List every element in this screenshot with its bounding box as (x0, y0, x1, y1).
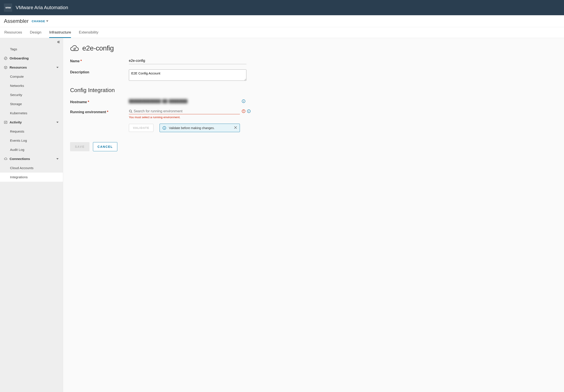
running-env-error: You must select a running environment. (129, 116, 240, 119)
sidebar-group-onboarding[interactable]: Onboarding (0, 54, 63, 63)
sidebar-item-cloud-accounts[interactable]: Cloud Accounts (0, 164, 63, 173)
sidebar-group-label: Activity (10, 120, 22, 124)
required-asterisk: * (81, 59, 82, 63)
banner-close[interactable] (234, 126, 237, 130)
chevron-down-icon (56, 158, 58, 160)
page-heading: e2e-config (70, 44, 555, 52)
error-icon (242, 109, 246, 113)
sidebar-group-label: Connections (10, 157, 30, 161)
sidebar-item-label: Tags (10, 47, 17, 51)
sidebar-group-label: Resources (10, 66, 27, 70)
sidebar-item-label: Requests (10, 129, 24, 133)
info-icon[interactable] (242, 99, 246, 103)
sidebar-item-networks[interactable]: Networks (0, 81, 63, 90)
primary-tabs: Resources Design Infrastructure Extensib… (0, 27, 564, 38)
sidebar-item-requests[interactable]: Requests (0, 127, 63, 136)
chart-icon (4, 121, 7, 124)
sidebar-group-activity[interactable]: Activity (0, 118, 63, 127)
save-button[interactable]: SAVE (70, 142, 89, 151)
validate-banner: Validate before making changes. (160, 124, 240, 132)
form-row-running-env: Running environment* You must select a r… (70, 109, 555, 132)
sidebar-item-events-log[interactable]: Events Log (0, 136, 63, 145)
cloud-link-icon (4, 157, 7, 161)
footer-buttons: SAVE CANCEL (70, 142, 555, 151)
running-env-input[interactable] (134, 109, 240, 113)
info-icon[interactable] (247, 109, 251, 113)
running-env-label: Running environment* (70, 109, 129, 114)
chevron-down-icon (46, 20, 48, 22)
required-asterisk: * (107, 110, 108, 114)
sidebar-item-label: Security (10, 93, 22, 97)
label-text: Running environment (70, 110, 106, 114)
name-input[interactable] (129, 58, 246, 64)
form-row-description: Description (70, 70, 555, 82)
close-icon (234, 126, 237, 129)
vmw-logo: vmw (4, 3, 12, 12)
tab-design[interactable]: Design (30, 27, 41, 38)
required-asterisk: * (88, 100, 89, 104)
hostname-masked-value: ████████████ ██ ███████ (129, 99, 240, 103)
change-app-link[interactable]: CHANGE (31, 20, 48, 23)
sidebar-group-resources[interactable]: Resources (0, 63, 63, 72)
sidebar-item-label: Integrations (10, 175, 28, 179)
global-header: vmw VMware Aria Automation (0, 0, 564, 15)
sidebar-item-label: Cloud Accounts (10, 166, 33, 170)
sidebar-group-connections[interactable]: Connections (0, 154, 63, 164)
sidebar-collapse-toggle[interactable] (56, 39, 61, 45)
description-label: Description (70, 70, 129, 74)
sidebar: Tags Onboarding Resources Compute Networ… (0, 38, 63, 392)
change-app-label: CHANGE (31, 20, 45, 23)
label-text: Name (70, 59, 80, 63)
sidebar-item-label: Audit Log (10, 148, 24, 152)
cloud-sync-icon (70, 44, 79, 52)
cancel-button[interactable]: CANCEL (93, 142, 117, 151)
sidebar-item-kubernetes[interactable]: Kubernetes (0, 109, 63, 118)
name-label: Name* (70, 58, 129, 63)
sidebar-item-tags[interactable]: Tags (0, 45, 63, 54)
hostname-label: Hostname* (70, 99, 129, 104)
sidebar-group-label: Onboarding (10, 56, 29, 60)
form-row-name: Name* (70, 58, 555, 64)
sidebar-item-compute[interactable]: Compute (0, 72, 63, 81)
sidebar-item-audit-log[interactable]: Audit Log (0, 145, 63, 154)
double-chevron-left-icon (57, 40, 60, 44)
tab-resources[interactable]: Resources (4, 27, 22, 38)
chevron-down-icon (56, 122, 58, 123)
sidebar-item-integrations[interactable]: Integrations (0, 173, 63, 182)
search-icon (129, 110, 132, 113)
sidebar-item-storage[interactable]: Storage (0, 99, 63, 109)
banner-text: Validate before making changes. (169, 126, 215, 130)
description-input[interactable] (129, 70, 246, 81)
content-pane: e2e-config Name* Description Config Inte… (63, 38, 564, 392)
app-sub-header: Assembler CHANGE (0, 15, 564, 27)
sidebar-item-label: Networks (10, 84, 24, 88)
section-title: Config Integration (70, 87, 555, 94)
chevron-down-icon (56, 67, 58, 68)
svg-point-6 (164, 127, 164, 127)
workspace: Tags Onboarding Resources Compute Networ… (0, 38, 564, 392)
sidebar-item-label: Storage (10, 102, 22, 106)
sidebar-item-security[interactable]: Security (0, 90, 63, 99)
tab-infrastructure[interactable]: Infrastructure (49, 27, 71, 38)
product-title: VMware Aria Automation (16, 5, 68, 11)
svg-point-8 (243, 112, 244, 112)
compass-icon (4, 56, 7, 60)
tab-extensibility[interactable]: Extensibility (79, 27, 99, 38)
info-icon (162, 126, 166, 130)
app-name: Assembler (4, 18, 28, 24)
running-env-search[interactable] (129, 109, 240, 114)
sidebar-item-label: Kubernetes (10, 111, 27, 115)
label-text: Hostname (70, 100, 87, 104)
page-title: e2e-config (82, 44, 114, 52)
box-icon (4, 66, 7, 69)
validate-button[interactable]: VALIDATE (129, 124, 154, 132)
sidebar-item-label: Events Log (10, 139, 27, 142)
form-row-hostname: Hostname* ████████████ ██ ███████ (70, 99, 555, 104)
sidebar-item-label: Compute (10, 75, 24, 79)
svg-point-10 (249, 110, 249, 111)
